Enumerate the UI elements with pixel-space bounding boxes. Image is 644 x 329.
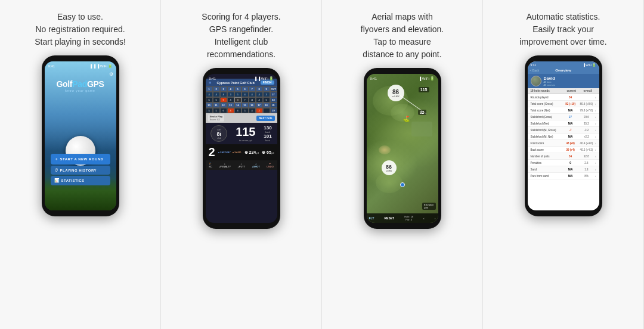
col-header-3: overall	[580, 89, 596, 92]
score-2: 5	[213, 97, 220, 103]
chevron-right-icon[interactable]: ›	[435, 216, 436, 220]
panel-1: Easy to use.No registration required.Sta…	[0, 0, 161, 329]
score-6: 7	[242, 97, 249, 103]
putt-button[interactable]: ++PUTT	[237, 162, 246, 169]
shot-button[interactable]: ++SHOT	[251, 162, 260, 169]
score-5: 3	[234, 97, 242, 103]
row-current-putts: 34	[562, 155, 578, 158]
score-7: 4	[249, 97, 256, 103]
score-10: 5	[206, 108, 213, 113]
row-total-net: Total score (Net) N/A 79.8 (+7.8) ›	[528, 107, 599, 114]
fly-button[interactable]: FLY	[369, 216, 374, 220]
score-12: 6	[220, 108, 227, 113]
score-in: 39	[270, 108, 277, 113]
chevron-icon-1: ›	[595, 102, 596, 105]
score-11: 5	[213, 108, 220, 113]
hole-2: 2	[213, 86, 220, 92]
screen1-content: 9:41 ▐ ▐ ▐ WiFi 🔋 ⚙ GolfPadGPS know your…	[45, 61, 116, 210]
back-dist: 130	[264, 125, 271, 131]
hole-numbers-back: 10 11 12 13 14 15 16 17 18 IN	[206, 103, 277, 108]
status-bar-1: 9:41 ▐ ▐ ▐ WiFi 🔋	[45, 61, 116, 69]
user-info: David All time All courses	[544, 76, 556, 86]
hole-15: 15	[242, 103, 249, 108]
back-front-display: 130 back 101 front	[264, 125, 271, 142]
row-current-tg: 82 (+10)	[562, 103, 578, 105]
undo-button[interactable]: ↩UNDO	[266, 162, 274, 169]
penalty-button[interactable]: ++PENALTY	[218, 162, 231, 169]
row-label-rounds: Rounds played	[531, 96, 563, 99]
panel4-description: Automatic statistics.Easily track yourim…	[519, 11, 606, 48]
hole-10: 10	[206, 103, 213, 108]
phone-frame-2: 9:41 ▐ ▐ WiFi 🔋 ☰ Cypress Point Golf Clu…	[203, 68, 280, 229]
back-button[interactable]: < Back	[530, 69, 539, 72]
time-4: 9:41	[531, 63, 537, 67]
row-overall-ps: 8%	[578, 175, 595, 178]
score-9: 5	[263, 97, 270, 103]
row-overall-bs: 40.2 (+4.3)	[578, 148, 595, 151]
start-round-button[interactable]: ＋ START A NEW ROUND	[51, 154, 110, 164]
signal-4: ▐ WiFi 🔋	[583, 63, 596, 67]
distance-badge-2: 86 soft AW	[382, 160, 397, 175]
score-15: 5	[242, 108, 249, 113]
score-out: 43	[270, 97, 277, 103]
score-label: Score: 82	[210, 118, 223, 121]
chevron-icon-11: ›	[595, 167, 596, 171]
hole-12: 12	[220, 103, 227, 108]
reset-button[interactable]: RESET	[385, 216, 395, 220]
row-current-sn: N/A	[562, 122, 578, 125]
par-3: 4	[220, 92, 227, 97]
score-17: 2	[256, 108, 263, 113]
row-current-smn: N/A	[562, 135, 578, 138]
chevron-icon-3: ›	[595, 115, 596, 119]
row-front-score: Front score 43 (+6) 40.4 (+4.6) ›	[528, 140, 599, 147]
statistics-button[interactable]: 📊 STATISTICS	[51, 176, 110, 185]
user-profile-row: David All time All courses	[528, 74, 599, 88]
gps-indicators: ● FAIRWAY ● SAND	[218, 151, 242, 154]
row-stableford-mg: Stableford (M, Gross) -7 -3.2 ›	[528, 127, 599, 134]
row-putts: Number of putts 34 32.8 ›	[528, 153, 599, 160]
hole-14: 14	[234, 103, 242, 108]
statistics-label: STATISTICS	[61, 179, 85, 182]
chevron-icon-7: ›	[595, 141, 596, 145]
row-stableford-gross: Stableford (Gross) 27 29.6 ›	[528, 114, 599, 120]
row-label-bs: Back score	[531, 148, 563, 151]
row-label-fs: Front score	[531, 142, 563, 145]
chevron-left-icon[interactable]: ‹	[423, 216, 425, 220]
row-overall-smn: +2.2	[578, 135, 595, 138]
scorecard-icon[interactable]: 🏌 SC	[208, 162, 213, 169]
row-stableford-mn: Stableford (M, Net) N/A +2.2 ›	[528, 134, 599, 140]
col-header-1: 18-hole rounds	[531, 89, 564, 92]
row-label-sn: Stableford (Net)	[531, 122, 563, 125]
panel3-description: Aerial maps withflyovers and elevation.T…	[361, 11, 444, 61]
user-courses: All courses	[544, 83, 556, 86]
row-overall-pen: 2.6	[578, 162, 595, 164]
hole-number-big: 2	[209, 145, 215, 159]
playing-history-button[interactable]: ⏱ PLAYING HISTORY	[51, 166, 110, 175]
user-name: David	[544, 76, 556, 80]
hole-16: 16	[249, 103, 256, 108]
golfpad-logo: GolfPadGPS know your game	[54, 79, 106, 92]
next-label: NEXT hole	[259, 117, 273, 120]
stats-rows-container: Rounds played 34 › Total score (Gross) 8…	[528, 94, 599, 179]
phone-frame-3: 86 soft AW 115 32 ⛳ 86 soft AW	[364, 68, 441, 229]
stats-header: < Back Overview	[528, 67, 599, 74]
row-label-putts: Number of putts	[531, 155, 563, 158]
scorecard-header: ☰ Cypress Point Golf Club FINISH 1 2 3 4…	[206, 79, 277, 123]
par-out: 37	[270, 92, 277, 97]
settings-icon[interactable]: ⚙	[109, 72, 113, 77]
score-8: 4	[256, 97, 263, 103]
par-9: 3	[263, 92, 270, 97]
logo-gps: GPS	[87, 79, 104, 89]
bottom-toolbar-2: 🏌 SC ++PENALTY ++PUTT ++SHOT ↩UNDO	[206, 160, 277, 170]
user-avatar	[531, 76, 541, 86]
row-label-sg: Stableford (Gross)	[531, 116, 563, 119]
row-current-pen: 0	[562, 162, 578, 164]
chevron-icon-8: ›	[595, 148, 596, 151]
next-hole-button[interactable]: NEXT hole	[256, 116, 275, 121]
row-label-pen: Penalties	[531, 162, 563, 164]
map-green2	[376, 172, 402, 193]
row-overall-tg: 80.6 (+8.9)	[578, 103, 595, 105]
stats-table-header: 18-hole rounds current overall	[528, 88, 599, 94]
score-14: 4	[234, 108, 242, 113]
par-6: 4	[242, 92, 249, 97]
